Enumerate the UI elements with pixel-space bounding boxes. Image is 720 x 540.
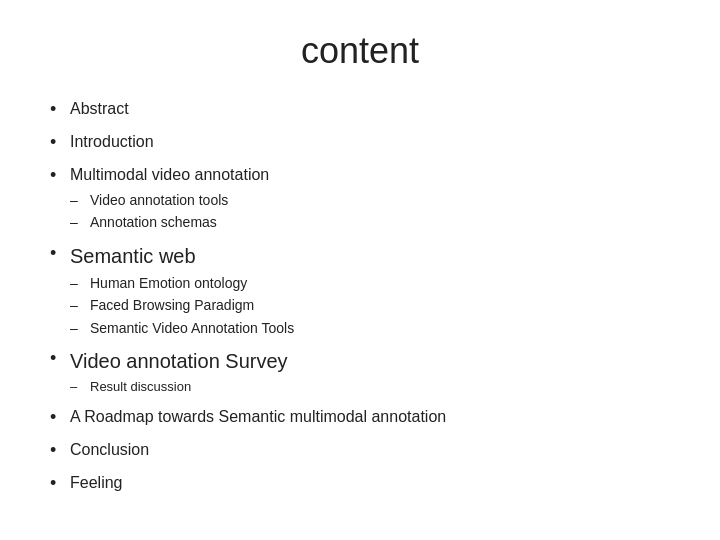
bullet-text-roadmap: A Roadmap towards Semantic multimodal an… bbox=[70, 404, 446, 430]
bullet-dot: • bbox=[50, 240, 70, 267]
content-area: • Abstract • Introduction • Multimodal v… bbox=[50, 96, 670, 501]
subitem-faced-browsing: – Faced Browsing Paradigm bbox=[70, 294, 670, 316]
sub-text-video-tools: Video annotation tools bbox=[90, 189, 228, 211]
bullet-semantic-web: • Semantic web bbox=[50, 240, 670, 272]
bullet-roadmap: • A Roadmap towards Semantic multimodal … bbox=[50, 404, 670, 431]
item-roadmap: • A Roadmap towards Semantic multimodal … bbox=[50, 404, 670, 431]
bullet-text-semantic-web: Semantic web bbox=[70, 240, 196, 272]
slide-container: content • Abstract • Introduction • Mult… bbox=[0, 0, 720, 540]
subitems-multimodal: – Video annotation tools – Annotation sc… bbox=[70, 189, 670, 234]
bullet-multimodal: • Multimodal video annotation bbox=[50, 162, 670, 189]
subitem-video-tools: – Video annotation tools bbox=[70, 189, 670, 211]
bullet-text-feeling: Feeling bbox=[70, 470, 122, 496]
sub-text-semantic-video: Semantic Video Annotation Tools bbox=[90, 317, 294, 339]
bullet-video-survey: • Video annotation Survey bbox=[50, 345, 670, 377]
subitem-semantic-video: – Semantic Video Annotation Tools bbox=[70, 317, 670, 339]
bullet-dot: • bbox=[50, 162, 70, 189]
subitem-result-discussion: – Result discussion bbox=[70, 377, 670, 398]
subitem-annotation-schemas: – Annotation schemas bbox=[70, 211, 670, 233]
item-abstract: • Abstract bbox=[50, 96, 670, 123]
bullet-text-multimodal: Multimodal video annotation bbox=[70, 162, 269, 188]
item-multimodal: • Multimodal video annotation – Video an… bbox=[50, 162, 670, 234]
subitems-semantic-web: – Human Emotion ontology – Faced Browsin… bbox=[70, 272, 670, 339]
bullet-introduction: • Introduction bbox=[50, 129, 670, 156]
bullet-dot: • bbox=[50, 96, 70, 123]
item-conclusion: • Conclusion bbox=[50, 437, 670, 464]
sub-dash: – bbox=[70, 189, 90, 211]
subitem-human-emotion: – Human Emotion ontology bbox=[70, 272, 670, 294]
slide-title: content bbox=[50, 30, 670, 72]
subitems-video-survey: – Result discussion bbox=[70, 377, 670, 398]
item-introduction: • Introduction bbox=[50, 129, 670, 156]
bullet-text-introduction: Introduction bbox=[70, 129, 154, 155]
sub-text-annotation-schemas: Annotation schemas bbox=[90, 211, 217, 233]
sub-text-faced-browsing: Faced Browsing Paradigm bbox=[90, 294, 254, 316]
bullet-dot: • bbox=[50, 129, 70, 156]
bullet-dot: • bbox=[50, 345, 70, 372]
bullet-dot: • bbox=[50, 470, 70, 497]
item-semantic-web: • Semantic web – Human Emotion ontology … bbox=[50, 240, 670, 339]
bullet-conclusion: • Conclusion bbox=[50, 437, 670, 464]
bullet-text-video-survey: Video annotation Survey bbox=[70, 345, 288, 377]
bullet-text-conclusion: Conclusion bbox=[70, 437, 149, 463]
sub-text-human-emotion: Human Emotion ontology bbox=[90, 272, 247, 294]
sub-text-result-discussion: Result discussion bbox=[90, 377, 191, 398]
item-feeling: • Feeling bbox=[50, 470, 670, 497]
sub-dash: – bbox=[70, 377, 90, 398]
bullet-abstract: • Abstract bbox=[50, 96, 670, 123]
bullet-dot: • bbox=[50, 437, 70, 464]
sub-dash: – bbox=[70, 294, 90, 316]
sub-dash: – bbox=[70, 317, 90, 339]
bullet-feeling: • Feeling bbox=[50, 470, 670, 497]
item-video-survey: • Video annotation Survey – Result discu… bbox=[50, 345, 670, 398]
sub-dash: – bbox=[70, 272, 90, 294]
bullet-dot: • bbox=[50, 404, 70, 431]
bullet-text-abstract: Abstract bbox=[70, 96, 129, 122]
sub-dash: – bbox=[70, 211, 90, 233]
